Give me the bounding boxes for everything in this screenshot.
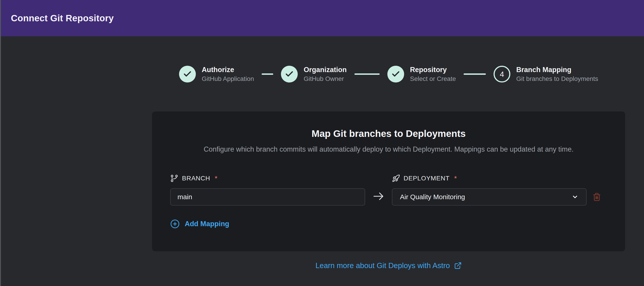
branch-field-group: BRANCH * [170, 174, 365, 206]
step-sublabel: GitHub Owner [304, 75, 346, 82]
deployment-label-row: DEPLOYMENT * [392, 174, 587, 182]
external-link-icon [454, 262, 462, 270]
step-organization[interactable]: Organization GitHub Owner [281, 66, 346, 82]
step-label: Branch Mapping [516, 66, 598, 74]
branch-label: BRANCH [182, 175, 210, 182]
add-mapping-label: Add Mapping [185, 220, 229, 228]
step-sublabel: Git branches to Deployments [516, 75, 598, 82]
step-label: Organization [304, 66, 346, 74]
step-complete-circle [179, 66, 196, 82]
delete-mapping-button[interactable] [592, 193, 601, 201]
git-branch-icon [170, 174, 178, 182]
step-complete-circle [387, 66, 404, 82]
window-left-edge [0, 0, 1, 286]
main-content: Authorize GitHub Application Organizatio… [152, 66, 625, 270]
card-description: Configure which branch commits will auto… [170, 145, 607, 153]
required-marker: * [454, 175, 457, 182]
branch-mapping-card: Map Git branches to Deployments Configur… [152, 111, 625, 251]
deployment-select[interactable]: Air Quality Monitoring [392, 188, 587, 206]
step-connector [464, 73, 486, 75]
step-sublabel: Select or Create [410, 75, 456, 82]
dialog-header: Connect Git Repository [1, 0, 644, 36]
step-branch-mapping[interactable]: 4 Branch Mapping Git branches to Deploym… [494, 66, 598, 82]
deployment-label: DEPLOYMENT [404, 175, 450, 182]
mapping-arrow [365, 190, 392, 202]
wizard-stepper: Authorize GitHub Application Organizatio… [152, 66, 625, 82]
trash-icon [592, 193, 601, 201]
step-authorize[interactable]: Authorize GitHub Application [179, 66, 254, 82]
step-number-circle: 4 [494, 66, 510, 82]
required-marker: * [215, 175, 218, 182]
step-complete-circle [281, 66, 298, 82]
chevron-down-icon [572, 194, 578, 200]
learn-more-link[interactable]: Learn more about Git Deploys with Astro [152, 261, 625, 270]
deployment-field-group: DEPLOYMENT * Air Quality Monitoring [392, 174, 587, 206]
check-icon [285, 70, 294, 79]
branch-input[interactable] [170, 188, 365, 206]
mapping-actions [586, 193, 607, 201]
rocket-icon [392, 174, 400, 182]
check-icon [183, 70, 192, 79]
step-sublabel: GitHub Application [202, 75, 254, 82]
plus-circle-icon [170, 219, 180, 229]
step-label: Authorize [202, 66, 254, 74]
page-title: Connect Git Repository [11, 13, 114, 23]
card-title: Map Git branches to Deployments [170, 128, 607, 139]
step-number: 4 [500, 70, 504, 79]
deployment-select-value: Air Quality Monitoring [400, 193, 465, 201]
step-repository[interactable]: Repository Select or Create [387, 66, 456, 82]
step-connector [354, 73, 380, 75]
step-connector [262, 73, 273, 75]
learn-more-label: Learn more about Git Deploys with Astro [316, 261, 450, 270]
step-label: Repository [410, 66, 456, 74]
check-icon [391, 70, 400, 79]
branch-label-row: BRANCH * [170, 174, 365, 182]
add-mapping-button[interactable]: Add Mapping [170, 219, 229, 229]
arrow-right-icon [372, 190, 385, 202]
mapping-row: BRANCH * [170, 174, 607, 206]
